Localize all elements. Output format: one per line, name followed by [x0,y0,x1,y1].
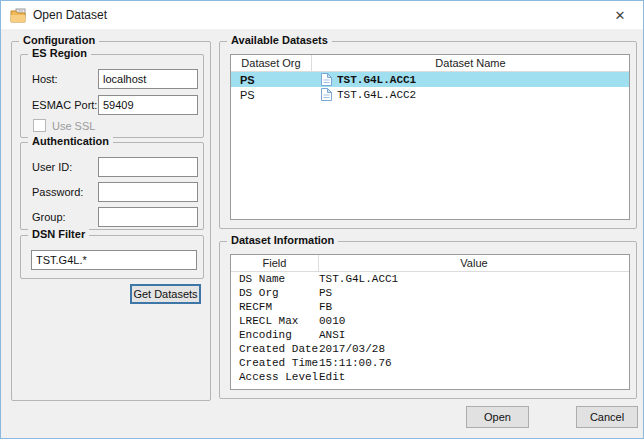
dsn-filter-input[interactable] [31,250,197,270]
group-input[interactable] [98,207,198,227]
column-header-value[interactable]: Value [319,255,629,271]
info-value: FB [319,301,332,313]
folder-icon [10,7,27,24]
dataset-information-table: Field Value DS Name TST.G4L.ACC1 DS Org … [230,254,630,390]
open-dataset-dialog: Open Dataset ✕ Configuration ES Region H… [0,0,644,439]
dsn-filter-group-title: DSN Filter [28,228,89,240]
info-row-created-date[interactable]: Created Date 2017/03/28 [231,342,629,356]
user-id-input[interactable] [98,157,198,177]
info-field: RECFM [231,301,319,313]
dataset-information-header: Field Value [231,255,629,272]
dataset-name: TST.G4L.ACC2 [337,89,416,101]
use-ssl-checkbox[interactable] [33,119,46,132]
password-input[interactable] [98,182,198,202]
dataset-information-group-title: Dataset Information [227,234,338,246]
titlebar: Open Dataset ✕ [1,1,643,30]
info-row-created-time[interactable]: Created Time 15:11:00.76 [231,356,629,370]
info-field: DS Name [231,273,319,285]
use-ssl-label: Use SSL [52,120,95,132]
info-field: DS Org [231,287,319,299]
dataset-name: TST.G4L.ACC1 [337,74,416,86]
column-header-field[interactable]: Field [231,255,319,271]
password-label: Password: [32,186,83,198]
cancel-button[interactable]: Cancel [576,406,638,428]
info-value: PS [319,287,332,299]
info-value: 0010 [319,315,345,327]
authentication-group-title: Authentication [28,135,113,147]
authentication-group: Authentication User ID: Password: Group: [20,142,204,230]
dsn-filter-group: DSN Filter [20,235,204,279]
info-value: 2017/03/28 [319,343,385,355]
info-field: Access Level [231,371,319,383]
info-value: Edit [319,371,345,383]
available-datasets-group-title: Available Datasets [227,34,332,46]
info-field: LRECL Max [231,315,319,327]
column-header-dataset-name[interactable]: Dataset Name [312,55,629,71]
info-value: 15:11:00.76 [319,357,392,369]
dataset-org: PS [231,89,312,101]
close-icon: ✕ [615,8,626,23]
close-button[interactable]: ✕ [597,1,643,30]
info-field: Created Time [231,357,319,369]
info-row-access-level[interactable]: Access Level Edit [231,370,629,384]
info-row-recfm[interactable]: RECFM FB [231,300,629,314]
esmac-port-input[interactable] [98,95,198,115]
window-title: Open Dataset [33,1,107,30]
dataset-row-2[interactable]: PS TST.G4L.ACC2 [231,87,629,102]
file-icon [321,88,332,101]
info-row-encoding[interactable]: Encoding ANSI [231,328,629,342]
info-row-lrecl-max[interactable]: LRECL Max 0010 [231,314,629,328]
es-region-group: ES Region Host: ESMAC Port: Use SSL [20,54,204,138]
open-button[interactable]: Open [466,406,529,428]
info-row-ds-org[interactable]: DS Org PS [231,286,629,300]
group-label: Group: [32,211,66,223]
dataset-information-group: Dataset Information Field Value DS Name … [219,241,637,399]
configuration-group: Configuration ES Region Host: ESMAC Port… [11,41,211,401]
host-input[interactable] [98,69,198,89]
esmac-port-label: ESMAC Port: [32,99,97,111]
info-field: Created Date [231,343,319,355]
info-value: TST.G4L.ACC1 [319,273,398,285]
dataset-org: PS [231,74,312,86]
host-label: Host: [32,73,58,85]
info-value: ANSI [319,329,345,341]
column-header-dataset-org[interactable]: Dataset Org [231,55,312,71]
configuration-group-title: Configuration [19,34,99,46]
available-datasets-header: Dataset Org Dataset Name [231,55,629,72]
available-datasets-group: Available Datasets Dataset Org Dataset N… [219,41,637,229]
file-icon [321,73,332,86]
info-field: Encoding [231,329,319,341]
info-row-ds-name[interactable]: DS Name TST.G4L.ACC1 [231,272,629,286]
es-region-group-title: ES Region [28,47,91,59]
get-datasets-button[interactable]: Get Datasets [130,284,201,304]
available-datasets-table: Dataset Org Dataset Name PS TST.G4L.ACC1… [230,54,630,220]
dataset-row-1[interactable]: PS TST.G4L.ACC1 [231,72,629,87]
user-id-label: User ID: [32,161,72,173]
